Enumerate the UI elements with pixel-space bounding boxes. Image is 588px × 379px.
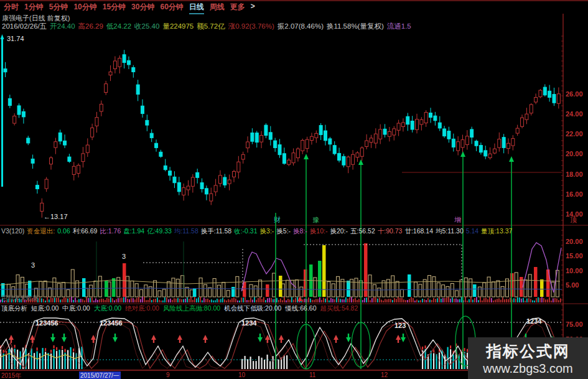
svg-text:1234: 1234 <box>241 319 257 327</box>
text-segment: 收:-0.31 <box>234 227 257 236</box>
future-data-note: 用到未来数据 <box>1 294 39 302</box>
text-segment: 机会线下低吸:20.00 <box>224 304 281 313</box>
text-segment: 盘:1.94 <box>123 227 144 236</box>
text-segment: 振2.07(8.46%) <box>278 22 324 31</box>
text-segment: 换11.58%(量复权) <box>327 22 384 31</box>
timeline-label: 2015/07/27/一 <box>79 372 121 379</box>
text-segment: 超买线:54.82 <box>320 304 358 313</box>
svg-text:增: 增 <box>454 216 461 223</box>
trading-app-window: 26.0024.0022.0020.0018.0016.0014.0020.00… <box>0 0 588 379</box>
menu-item-更多[interactable]: 更多 <box>230 2 245 12</box>
text-segment: 额5.72亿 <box>197 22 225 31</box>
svg-text:123456: 123456 <box>35 319 58 327</box>
text-segment: V3(120) <box>1 227 24 236</box>
volume-panel: 33 <box>0 241 562 297</box>
text-segment: 换20:- <box>330 227 348 236</box>
svg-text:10.00: 10.00 <box>566 267 583 274</box>
text-segment: 五:56.52 <box>350 227 375 236</box>
svg-text:75.00: 75.00 <box>566 321 583 328</box>
svg-text:财: 财 <box>274 216 281 223</box>
text-segment: 资金退出: <box>27 227 55 236</box>
text-segment: 收25.40 <box>134 22 159 31</box>
svg-text:26.00: 26.00 <box>566 90 583 98</box>
text-segment: 量顶:13.37 <box>481 227 512 236</box>
menu-item-日线[interactable]: 日线 <box>189 2 204 14</box>
text-segment: 换8:- <box>293 227 307 236</box>
timeline-label: 12 <box>381 372 388 378</box>
svg-text:18.00: 18.00 <box>566 171 583 178</box>
text-segment: 大底:0.00 <box>94 304 121 313</box>
menu-item-5分钟[interactable]: 5分钟 <box>49 2 68 12</box>
timeline-label: 10 <box>238 372 245 378</box>
candlestick-chart: 31.74←13.17财豫增顶 <box>1 34 577 223</box>
svg-text:1234: 1234 <box>526 317 542 325</box>
menu-item-1分钟[interactable]: 1分钟 <box>24 2 44 12</box>
svg-text:豫: 豫 <box>312 216 319 223</box>
watermark-url: www.zbgs3.com <box>483 362 573 376</box>
svg-text:15.00: 15.00 <box>566 252 583 260</box>
svg-text:3: 3 <box>122 253 126 260</box>
text-segment: 风险线上高抛:80.00 <box>163 304 220 313</box>
text-segment: 慢线:66.60 <box>285 304 316 313</box>
svg-text:22.00: 22.00 <box>566 130 583 138</box>
text-segment: 0.06 <box>57 227 70 236</box>
tick-strip <box>0 296 561 302</box>
svg-text:123: 123 <box>394 322 406 329</box>
text-segment: 中底:0.00 <box>62 304 90 313</box>
chart-canvas[interactable]: 26.0024.0022.0020.0018.0016.0014.0020.00… <box>0 0 588 379</box>
menu-item-60分钟[interactable]: 60分钟 <box>160 2 183 12</box>
svg-text:←13.17: ←13.17 <box>44 213 68 220</box>
text-segment: 均:11.58 <box>174 227 198 236</box>
menu-item-15分钟[interactable]: 15分钟 <box>103 2 126 12</box>
text-segment: 换5:- <box>276 227 291 236</box>
signal-lines <box>276 151 514 369</box>
text-segment: 换手:11.58 <box>201 227 231 236</box>
text-segment: 5.14 <box>466 227 478 236</box>
text-segment: 廿:168.14 <box>404 227 433 236</box>
text-segment: 换3:- <box>260 227 274 236</box>
svg-text:123456: 123456 <box>100 319 123 327</box>
svg-text:16.00: 16.00 <box>566 190 583 198</box>
svg-text:5.00: 5.00 <box>566 281 579 289</box>
svg-text:31.74: 31.74 <box>7 35 24 42</box>
svg-text:顶: 顶 <box>570 216 577 223</box>
text-segment: 比:1.76 <box>100 227 121 236</box>
text-segment: 流通1.5 <box>387 22 411 31</box>
watermark: 指标公式网 www.zbgs3.com <box>468 337 588 379</box>
menu-item-10分钟[interactable]: 10分钟 <box>73 2 96 12</box>
text-segment: 高26.29 <box>78 22 103 31</box>
timeline-label: 9 <box>166 372 170 378</box>
menu-bar: 分时1分钟5分钟10分钟15分钟30分钟60分钟日线周线更多> <box>4 2 255 13</box>
text-segment: 短底:0.00 <box>31 304 58 313</box>
watermark-site-name: 指标公式网 <box>486 341 570 362</box>
info-line: 2016/02/26/五开24.40高26.29低24.22收25.40量224… <box>2 22 411 31</box>
svg-text:3: 3 <box>31 261 35 269</box>
timeline-label: 2015年 <box>1 372 21 379</box>
text-segment: 换10:- <box>310 227 328 236</box>
text-segment: 利:66.69 <box>73 227 98 236</box>
text-segment: 十:90.73 <box>378 227 403 236</box>
text-segment: 顶底分析 <box>1 304 27 313</box>
menu-item-30分钟[interactable]: 30分钟 <box>131 2 154 12</box>
text-segment: 涨0.92(3.76%) <box>228 22 274 31</box>
text-segment: 开24.40 <box>50 22 75 31</box>
timeline-label: 11 <box>309 372 315 378</box>
svg-text:24.00: 24.00 <box>566 110 583 118</box>
text-segment: 亿:49.33 <box>147 227 172 236</box>
text-segment: 绝对底:0.00 <box>125 304 159 313</box>
text-segment: 2016/02/26/五 <box>2 22 47 31</box>
menu-item-分时[interactable]: 分时 <box>4 2 19 12</box>
text-segment: 均5:11.30 <box>436 227 464 236</box>
svg-text:20.00: 20.00 <box>566 238 583 245</box>
menu-item->[interactable]: > <box>251 2 255 11</box>
text-segment: 低24.22 <box>106 22 131 31</box>
text-segment: 量224975 <box>162 22 194 31</box>
indicator-row: V3(120)资金退出:0.06利:66.69比:1.76盘:1.94亿:49.… <box>1 227 512 236</box>
svg-text:20.00: 20.00 <box>566 150 583 157</box>
bottom-header-row: 顶底分析短底:0.00中底:0.00大底:0.00绝对底:0.00风险线上高抛:… <box>1 304 358 313</box>
menu-item-周线[interactable]: 周线 <box>210 2 225 12</box>
